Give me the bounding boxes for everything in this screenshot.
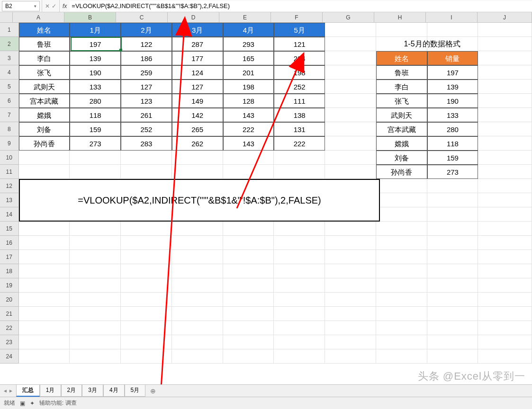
column-header-A[interactable]: A (13, 12, 64, 22)
cell-E22[interactable] (223, 321, 274, 335)
sheet-tab-汇总[interactable]: 汇总 (16, 385, 40, 397)
column-header-C[interactable]: C (116, 12, 168, 22)
cell-H6[interactable]: 张飞 (376, 94, 427, 108)
row-header-22[interactable]: 22 (0, 321, 19, 335)
row-header-23[interactable]: 23 (0, 335, 19, 349)
cell-A23[interactable] (19, 335, 70, 349)
cell-C17[interactable] (121, 250, 172, 264)
cell-I10[interactable]: 159 (427, 151, 478, 165)
cell-G16[interactable] (325, 236, 376, 250)
cell-A17[interactable] (19, 250, 70, 264)
cell-B5[interactable]: 133 (70, 80, 121, 94)
row-header-7[interactable]: 7 (0, 108, 19, 122)
tab-next-icon[interactable]: ► (9, 388, 13, 393)
column-header-J[interactable]: J (478, 12, 532, 22)
cell-I22[interactable] (427, 321, 478, 335)
cell-I4[interactable]: 197 (427, 65, 478, 80)
row-header-21[interactable]: 21 (0, 307, 19, 321)
column-header-D[interactable]: D (168, 12, 219, 22)
column-header-F[interactable]: F (271, 12, 323, 22)
cell-I7[interactable]: 133 (427, 108, 478, 122)
cell-H19[interactable] (376, 278, 427, 293)
cell-F2[interactable]: 121 (274, 37, 325, 51)
cell-A5[interactable]: 武则天 (19, 80, 70, 94)
cell-C5[interactable]: 127 (121, 80, 172, 94)
cell-A15[interactable] (19, 222, 70, 236)
cell-D1[interactable]: 3月 (172, 23, 223, 37)
cell-G24[interactable] (325, 349, 376, 364)
cell-D3[interactable]: 177 (172, 51, 223, 65)
cell-B21[interactable] (70, 307, 121, 321)
cell-J16[interactable] (478, 236, 532, 250)
cell-E15[interactable] (223, 222, 274, 236)
cell-J18[interactable] (478, 264, 532, 278)
cell-D23[interactable] (172, 335, 223, 349)
cell-A19[interactable] (19, 278, 70, 293)
cell-A18[interactable] (19, 264, 70, 278)
cell-F22[interactable] (274, 321, 325, 335)
cell-G4[interactable] (325, 65, 376, 80)
cell-E19[interactable] (223, 278, 274, 293)
cell-J20[interactable] (478, 293, 532, 307)
row-header-5[interactable]: 5 (0, 80, 19, 94)
cell-E11[interactable] (223, 165, 274, 179)
cell-F10[interactable] (274, 151, 325, 165)
sheet-tab-2月[interactable]: 2月 (61, 385, 82, 397)
column-header-H[interactable]: H (374, 12, 426, 22)
cell-J7[interactable] (478, 108, 532, 122)
cell-C16[interactable] (121, 236, 172, 250)
cell-C21[interactable] (121, 307, 172, 321)
tab-prev-icon[interactable]: ◄ (3, 388, 8, 393)
cell-J13[interactable] (478, 193, 532, 207)
cell-J10[interactable] (478, 151, 532, 165)
cell-F3[interactable]: 224 (274, 51, 325, 65)
cell-D16[interactable] (172, 236, 223, 250)
cell-H20[interactable] (376, 293, 427, 307)
cell-H9[interactable]: 嫦娥 (376, 136, 427, 151)
accessibility-icon[interactable]: ✦ (30, 400, 35, 407)
cell-G20[interactable] (325, 293, 376, 307)
cell-F24[interactable] (274, 349, 325, 364)
cell-J4[interactable] (478, 65, 532, 80)
cell-C1[interactable]: 2月 (121, 23, 172, 37)
cell-D19[interactable] (172, 278, 223, 293)
cell-I20[interactable] (427, 293, 478, 307)
cell-G5[interactable] (325, 80, 376, 94)
row-header-20[interactable]: 20 (0, 293, 19, 307)
cell-G2[interactable] (325, 37, 376, 51)
cell-F9[interactable]: 222 (274, 136, 325, 151)
cell-B22[interactable] (70, 321, 121, 335)
cell-J14[interactable] (478, 207, 532, 222)
cell-D6[interactable]: 149 (172, 94, 223, 108)
cell-A9[interactable]: 孙尚香 (19, 136, 70, 151)
cell-J5[interactable] (478, 80, 532, 94)
cell-J8[interactable] (478, 122, 532, 136)
cell-J9[interactable] (478, 136, 532, 151)
cell-C3[interactable]: 186 (121, 51, 172, 65)
cell-G9[interactable] (325, 136, 376, 151)
cell-B1[interactable]: 1月 (70, 23, 121, 37)
cell-I16[interactable] (427, 236, 478, 250)
cell-H3[interactable]: 姓名 (376, 51, 427, 65)
sheet-tab-5月[interactable]: 5月 (125, 385, 146, 397)
cell-F20[interactable] (274, 293, 325, 307)
row-header-10[interactable]: 10 (0, 151, 19, 165)
cell-J22[interactable] (478, 321, 532, 335)
cell-A1[interactable]: 姓名 (19, 23, 70, 37)
cell-A16[interactable] (19, 236, 70, 250)
cell-D4[interactable]: 124 (172, 65, 223, 80)
cell-B2[interactable]: 197 (70, 37, 121, 51)
cell-B20[interactable] (70, 293, 121, 307)
cell-A21[interactable] (19, 307, 70, 321)
cell-J17[interactable] (478, 250, 532, 264)
cell-C19[interactable] (121, 278, 172, 293)
cell-E4[interactable]: 201 (223, 65, 274, 80)
cell-D9[interactable]: 262 (172, 136, 223, 151)
cell-B7[interactable]: 118 (70, 108, 121, 122)
cell-H18[interactable] (376, 264, 427, 278)
cell-J1[interactable] (478, 23, 532, 37)
cell-C24[interactable] (121, 349, 172, 364)
cancel-icon[interactable]: ✕ (45, 3, 50, 9)
cell-C23[interactable] (121, 335, 172, 349)
cell-I24[interactable] (427, 349, 478, 364)
